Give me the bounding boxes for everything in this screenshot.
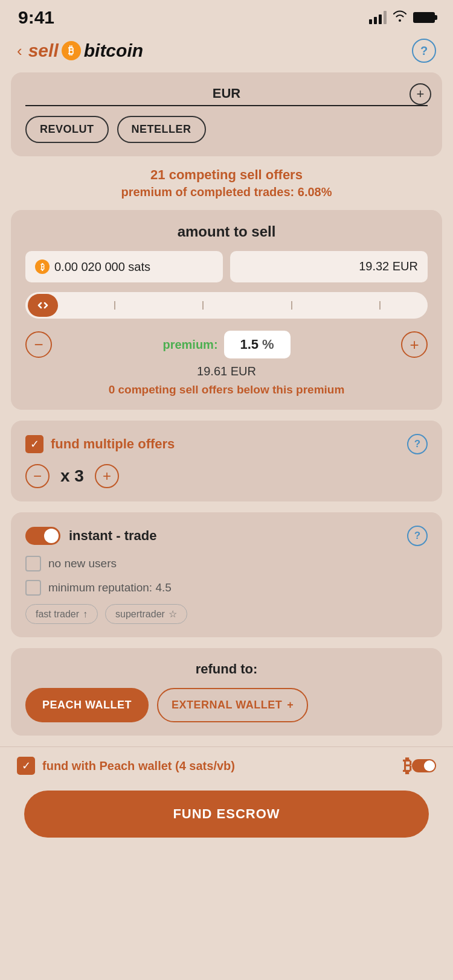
- supertrader-icon: ☆: [169, 608, 177, 620]
- percent-symbol: %: [262, 337, 274, 352]
- bitcoin-label: bitcoin: [84, 40, 143, 61]
- currency-card: EUR + REVOLUT NETELLER: [11, 72, 442, 156]
- fast-trader-icon: ↑: [83, 609, 88, 620]
- instant-trade-toggle[interactable]: [25, 527, 60, 545]
- amount-inputs: ₿ 0.00 020 000 sats 19.32 EUR: [25, 251, 428, 282]
- competing-offers-count: 21 competing sell offers: [0, 167, 453, 183]
- premium-of-completed: premium of completed trades: 6.08%: [0, 185, 453, 199]
- instant-header: instant - trade ?: [25, 526, 428, 546]
- multiplier-value: x 3: [60, 466, 84, 486]
- increase-premium-button[interactable]: +: [401, 331, 428, 358]
- premium-row: − premium: 1.5 % +: [25, 331, 428, 358]
- status-bar: 9:41: [0, 0, 453, 33]
- external-wallet-label: EXTERNAL WALLET: [172, 699, 282, 711]
- no-new-users-label: no new users: [48, 557, 117, 570]
- header-title: sell ₿ bitcoin: [28, 40, 143, 61]
- premium-eur-result: 19.61 EUR: [25, 364, 428, 378]
- trader-badges: fast trader ↑ supertrader ☆: [25, 604, 428, 624]
- battery-icon: [413, 12, 435, 23]
- fund-header-left: ✓ fund multiple offers: [25, 435, 175, 453]
- eur-value: 19.32 EUR: [359, 259, 418, 273]
- supertrader-label: supertrader: [115, 609, 165, 620]
- increase-multiplier-button[interactable]: +: [95, 464, 119, 488]
- btc-value: 0.00 020 000 sats: [54, 260, 150, 274]
- amount-slider[interactable]: [25, 292, 428, 319]
- instant-trade-card: instant - trade ? no new users minimum r…: [11, 512, 442, 637]
- slider-tick-3: [291, 301, 292, 310]
- fast-trader-label: fast trader: [36, 609, 79, 620]
- external-wallet-add-icon: +: [287, 699, 294, 711]
- wifi-icon: [393, 9, 407, 26]
- refund-card: refund to: PEACH WALLET EXTERNAL WALLET …: [11, 648, 442, 736]
- slider-tick-4: [379, 301, 381, 310]
- slider-tick-2: [202, 301, 204, 310]
- bitcoin-coin-icon: ₿: [62, 41, 81, 60]
- fast-trader-badge[interactable]: fast trader ↑: [25, 604, 98, 624]
- slider-thumb: [28, 294, 58, 317]
- status-time: 9:41: [18, 7, 54, 28]
- amount-title: amount to sell: [25, 223, 428, 240]
- neteller-button[interactable]: NETELLER: [117, 116, 206, 143]
- no-new-users-checkbox[interactable]: [25, 556, 41, 571]
- revolut-button[interactable]: REVOLUT: [25, 116, 109, 143]
- slider-track: [25, 292, 428, 319]
- instant-trade-title: instant - trade: [69, 528, 156, 544]
- help-button[interactable]: ?: [412, 39, 436, 63]
- premium-label: premium:: [162, 338, 217, 352]
- offers-info: 21 competing sell offers premium of comp…: [0, 167, 453, 199]
- add-currency-button[interactable]: +: [410, 83, 431, 105]
- fund-multiple-help-button[interactable]: ?: [407, 434, 428, 454]
- peach-wallet-button[interactable]: PEACH WALLET: [25, 688, 149, 722]
- instant-header-left: instant - trade: [25, 527, 156, 545]
- btc-icon: ₿: [35, 259, 50, 274]
- competing-note: 0 competing sell offers below this premi…: [25, 383, 428, 396]
- slider-tick-1: [114, 301, 115, 310]
- eur-amount-input[interactable]: 19.32 EUR: [230, 251, 428, 282]
- instant-trade-help-button[interactable]: ?: [407, 526, 428, 546]
- signal-icon: [369, 11, 387, 24]
- bottom-bar: ✓ fund with Peach wallet (4 sats/vb) ₿: [0, 746, 453, 783]
- min-reputation-checkbox[interactable]: [25, 580, 41, 596]
- header-left: ‹ sell ₿ bitcoin: [17, 40, 143, 61]
- fund-escrow-button[interactable]: FUND ESCROW: [24, 791, 429, 838]
- fund-peach-wallet-text: fund with Peach wallet (4 sats/vb): [42, 759, 235, 773]
- payment-methods: REVOLUT NETELLER: [25, 116, 428, 143]
- btc-bottom-icon: ₿: [403, 756, 412, 776]
- fund-multiple-card: ✓ fund multiple offers ? − x 3 +: [11, 421, 442, 501]
- back-button[interactable]: ‹: [17, 42, 22, 60]
- status-icons: [369, 9, 435, 26]
- no-new-users-row: no new users: [25, 556, 428, 571]
- refund-title: refund to:: [25, 661, 428, 677]
- header: ‹ sell ₿ bitcoin ?: [0, 33, 453, 72]
- external-wallet-button[interactable]: EXTERNAL WALLET +: [157, 688, 308, 722]
- fund-header: ✓ fund multiple offers ?: [25, 434, 428, 454]
- decrease-premium-button[interactable]: −: [25, 331, 52, 358]
- supertrader-badge[interactable]: supertrader ☆: [105, 604, 187, 624]
- min-reputation-label: minimum reputation: 4.5: [48, 581, 172, 594]
- bottom-fund-left: ✓ fund with Peach wallet (4 sats/vb): [17, 757, 235, 775]
- fund-peach-wallet-checkbox[interactable]: ✓: [17, 757, 35, 775]
- premium-center: premium: 1.5 %: [162, 331, 290, 358]
- refund-buttons: PEACH WALLET EXTERNAL WALLET +: [25, 688, 428, 722]
- premium-input[interactable]: 1.5 %: [224, 331, 291, 358]
- premium-value: 1.5: [240, 337, 259, 352]
- bottom-icons: ₿: [403, 756, 436, 776]
- fund-multiple-checkbox[interactable]: ✓: [25, 435, 43, 453]
- peach-wallet-toggle[interactable]: [412, 759, 436, 772]
- currency-label: EUR: [25, 86, 428, 106]
- sell-label: sell: [28, 40, 59, 61]
- decrease-multiplier-button[interactable]: −: [25, 464, 50, 488]
- fund-multiple-title: fund multiple offers: [51, 436, 175, 452]
- multiplier-row: − x 3 +: [25, 464, 428, 488]
- btc-amount-input[interactable]: ₿ 0.00 020 000 sats: [25, 251, 223, 282]
- min-reputation-row: minimum reputation: 4.5: [25, 580, 428, 596]
- amount-card: amount to sell ₿ 0.00 020 000 sats 19.32…: [11, 210, 442, 410]
